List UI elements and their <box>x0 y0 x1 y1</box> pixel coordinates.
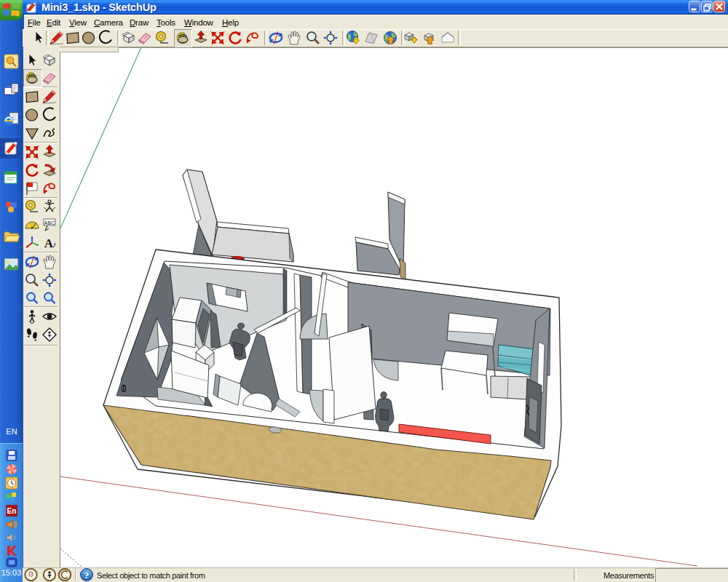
svg-text:En: En <box>7 507 17 515</box>
svg-text:?: ? <box>84 570 90 581</box>
